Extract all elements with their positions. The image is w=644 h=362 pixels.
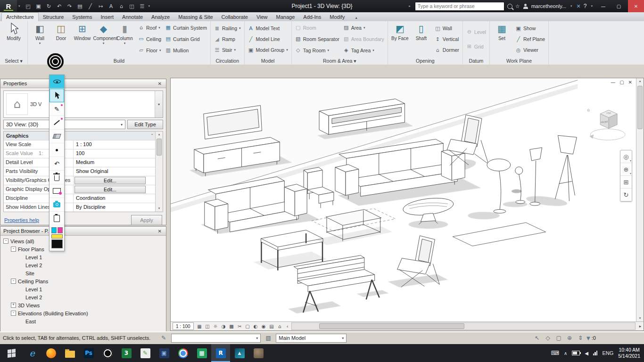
taskbar-app-icon[interactable]: e bbox=[23, 344, 41, 362]
panel-label-select[interactable]: Select ▾ bbox=[0, 57, 27, 65]
property-value[interactable]: Medium bbox=[74, 158, 155, 167]
qat-icon[interactable]: A bbox=[107, 1, 116, 11]
ribbon-button[interactable]: ⌂ Roof ▾ bbox=[136, 22, 163, 33]
color-swatch[interactable] bbox=[58, 227, 63, 233]
worksets-icon[interactable]: ✎ bbox=[159, 333, 168, 343]
network-icon[interactable] bbox=[593, 351, 598, 355]
ribbon-tab[interactable]: Analyze bbox=[147, 13, 174, 21]
taskbar-app-icon[interactable] bbox=[98, 344, 117, 362]
taskbar-app-icon[interactable]: Ps bbox=[79, 344, 98, 362]
design-options-icon[interactable]: ▧ bbox=[264, 333, 273, 343]
color-swatch[interactable] bbox=[51, 239, 63, 248]
tree-item[interactable]: Level 2 bbox=[0, 293, 166, 301]
taskbar-app-icon[interactable]: ▲ bbox=[230, 344, 249, 362]
color-swatch[interactable] bbox=[51, 227, 57, 233]
view-minimize-icon[interactable]: — bbox=[611, 80, 615, 85]
qat-icon[interactable]: ╱ bbox=[86, 1, 95, 11]
qat-icon[interactable]: ▤ bbox=[75, 1, 85, 11]
taskbar-app-icon[interactable] bbox=[60, 344, 79, 362]
notes-tool[interactable] bbox=[50, 212, 64, 225]
help-caret-icon[interactable]: ▾ bbox=[591, 4, 593, 8]
customize-qat-caret-icon[interactable]: ▾ bbox=[149, 4, 150, 8]
application-menu-button[interactable]: R bbox=[0, 0, 17, 12]
tree-expander-icon[interactable]: - bbox=[11, 279, 16, 284]
vertical-scrollbar[interactable]: ▴ ▾ bbox=[636, 78, 644, 321]
coffee-table-oval[interactable] bbox=[402, 196, 454, 224]
ribbon-button[interactable]: ▦ Curtain System ▾ bbox=[163, 22, 209, 33]
ribbon-button[interactable]: ⊞ Window ▾ bbox=[72, 22, 93, 57]
ribbon-tab[interactable]: Annotate bbox=[118, 13, 147, 21]
ribbon-tab[interactable]: Architecture bbox=[1, 12, 39, 21]
view-control-icon[interactable]: ▩ bbox=[228, 323, 236, 330]
selection-toggle-icon[interactable]: ⊕ bbox=[565, 333, 574, 343]
property-value[interactable]: Show Original bbox=[74, 167, 155, 176]
taskbar-app-icon[interactable]: 3 bbox=[117, 344, 136, 362]
view-control-icon[interactable]: ▢ bbox=[244, 323, 252, 330]
volume-icon[interactable]: ◀ bbox=[585, 351, 588, 356]
user-menu-caret-icon[interactable]: ▾ bbox=[570, 4, 572, 8]
property-value[interactable]: 1 : 100 bbox=[74, 140, 155, 149]
pen-tool[interactable]: ✎ bbox=[50, 102, 64, 116]
properties-close-icon[interactable]: ✕ bbox=[157, 81, 163, 86]
selection-toggle-icon[interactable]: ⇕ bbox=[576, 333, 585, 343]
touch-keyboard-icon[interactable]: ⌨ bbox=[551, 350, 559, 356]
ribbon-button[interactable]: ▤ Curtain Grid ▾ bbox=[163, 33, 209, 44]
navigation-tool[interactable]: ⊕ ▾ bbox=[620, 163, 632, 176]
user-name[interactable]: marcetheonly... bbox=[531, 3, 566, 9]
scroll-down-icon[interactable]: ▾ bbox=[158, 206, 160, 212]
ribbon-tab[interactable]: Modify bbox=[325, 13, 349, 21]
property-value[interactable]: Edit... bbox=[74, 177, 146, 184]
type-selector[interactable]: ⌂ 3D V ▾ bbox=[3, 90, 163, 118]
viewcube[interactable]: ⌂ TOP FRONT bbox=[587, 107, 625, 140]
model-canvas[interactable]: ⌂ TOP FRONT — ▢ ✕ bbox=[171, 78, 636, 321]
taskbar-app-icon[interactable]: R bbox=[211, 344, 230, 362]
tree-item[interactable]: - Elevations (Building Elevation) bbox=[0, 309, 166, 317]
panel-label-room-area[interactable]: Room & Area ▾ bbox=[292, 57, 388, 65]
scroll-right-icon[interactable]: ▸ bbox=[637, 324, 644, 329]
ribbon-button[interactable]: ▧ Area Boundary ▾ bbox=[341, 33, 386, 44]
previous-pan-icon[interactable]: ‹ bbox=[284, 323, 291, 329]
ribbon-button[interactable]: ⊖ Level ▾ bbox=[464, 26, 488, 37]
selection-toggle-icon[interactable]: ◇ bbox=[543, 333, 553, 343]
minimize-button[interactable]: — bbox=[597, 0, 610, 12]
ribbon-button[interactable]: ▱ Floor ▾ bbox=[136, 45, 163, 56]
selection-toggle-icon[interactable]: ▢ bbox=[554, 333, 563, 343]
minimize-ribbon-icon[interactable]: ▴ bbox=[353, 14, 360, 21]
qat-icon[interactable]: ⌂ bbox=[117, 1, 126, 11]
ribbon-button[interactable]: ↕ Vertical ▾ bbox=[433, 34, 461, 45]
sign-in-star-icon[interactable]: ☆ bbox=[515, 3, 520, 9]
view-close-icon[interactable]: ✕ bbox=[628, 80, 632, 85]
line-tool[interactable] bbox=[50, 116, 64, 130]
tree-item[interactable]: Level 1 bbox=[0, 285, 166, 293]
navigation-tool[interactable]: ↻ ▾ bbox=[620, 189, 632, 201]
taskbar-app-icon[interactable] bbox=[249, 344, 268, 362]
color-swatch[interactable] bbox=[51, 234, 63, 239]
qat-icon[interactable]: ↻ bbox=[44, 1, 54, 11]
floor-lamp-ball[interactable] bbox=[515, 167, 525, 204]
property-value[interactable]: By Discipline bbox=[74, 203, 155, 212]
restore-button[interactable]: ▢ bbox=[612, 0, 625, 12]
taskbar-app-icon[interactable] bbox=[173, 344, 192, 362]
language-indicator[interactable]: ENG bbox=[602, 350, 613, 356]
property-group-graphics[interactable]: Graphics ˆ bbox=[4, 132, 155, 140]
clear-all-tool[interactable] bbox=[50, 171, 64, 184]
taskbar-app-icon[interactable] bbox=[41, 344, 60, 362]
battery-icon[interactable] bbox=[572, 351, 580, 355]
view-control-icon[interactable]: ✂ bbox=[236, 323, 244, 330]
qat-icon[interactable]: ↦ bbox=[96, 1, 106, 11]
ribbon-button[interactable]: ◇ Tag Room ▾ bbox=[293, 45, 341, 56]
ribbon-button[interactable]: ◢ Ramp ▾ bbox=[212, 34, 243, 45]
property-value[interactable]: 100 bbox=[74, 149, 155, 158]
taskbar-app-icon[interactable]: ✎ bbox=[136, 344, 155, 362]
ribbon-tab[interactable]: View bbox=[252, 13, 272, 21]
ribbon-tab[interactable]: Systems bbox=[68, 13, 96, 21]
ribbon-button[interactable]: ▣ Model Group ▾ bbox=[246, 45, 290, 56]
ribbon-button[interactable]: ◈ Tag Area ▾ bbox=[341, 45, 386, 56]
view-control-icon[interactable]: ◫ bbox=[204, 323, 212, 330]
eraser-tool[interactable] bbox=[50, 130, 64, 143]
filter-count[interactable]: :0 bbox=[592, 335, 596, 341]
project-browser-close-icon[interactable]: ✕ bbox=[157, 229, 163, 234]
screenshot-tool[interactable] bbox=[50, 198, 64, 212]
selection-toggle-icon[interactable]: ↖ bbox=[532, 333, 542, 343]
design-option-combo[interactable]: Main Model ▾ bbox=[276, 334, 347, 343]
